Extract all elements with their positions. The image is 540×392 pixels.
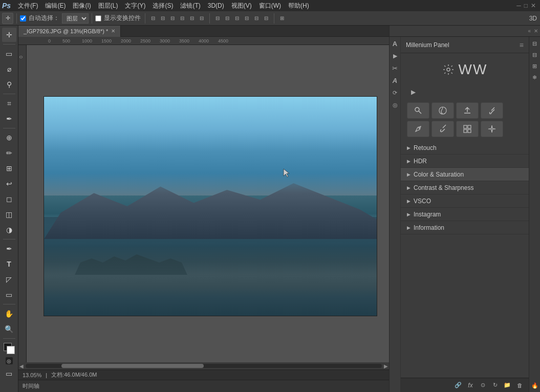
text-tool[interactable]: T: [2, 257, 16, 271]
quick-select-tool[interactable]: ⚲: [2, 77, 16, 92]
panel-menu-icon[interactable]: ≡: [520, 41, 524, 49]
menu-window[interactable]: 窗口(W): [256, 1, 284, 11]
panel-btn-grid[interactable]: [456, 121, 479, 137]
menu-help[interactable]: 帮助(H): [285, 1, 312, 11]
dist-bottom-icon[interactable]: ⊟: [262, 14, 271, 23]
layer-select[interactable]: 图层: [62, 13, 89, 24]
side-icon-4[interactable]: ❄: [530, 73, 539, 82]
panel-btn-brush1[interactable]: [481, 102, 503, 119]
move-tool-btn[interactable]: ✛: [2, 13, 13, 24]
menu-item-vsco[interactable]: ▶ VSCO: [401, 194, 529, 208]
panel-icon-play[interactable]: ▶: [391, 51, 400, 60]
panel-btn-sparkle[interactable]: [481, 121, 503, 137]
side-icon-2[interactable]: ⊟: [530, 50, 539, 59]
bg-color[interactable]: [7, 346, 15, 354]
dodge-tool[interactable]: ◑: [2, 223, 16, 237]
marquee-tool[interactable]: ▭: [2, 47, 16, 61]
canvas-image[interactable]: [44, 96, 377, 316]
crop-tool[interactable]: ⌗: [2, 96, 16, 111]
maximize-btn[interactable]: □: [524, 2, 528, 9]
h-scroll-thumb[interactable]: [61, 364, 204, 368]
menu-item-hdr[interactable]: ▶ HDR: [401, 155, 529, 168]
panel-icon-a2[interactable]: A: [391, 76, 400, 85]
color-swatch[interactable]: [4, 343, 15, 354]
menu-edit[interactable]: 编辑(E): [42, 1, 69, 11]
bottom-trash-icon[interactable]: 🗑: [514, 380, 525, 390]
lasso-tool[interactable]: ⌀: [2, 62, 16, 76]
dist-left-icon[interactable]: ⊟: [213, 14, 222, 23]
panel-icon-a1[interactable]: A: [391, 39, 400, 48]
hand-tool[interactable]: ✋: [2, 307, 16, 321]
panel-btn-leaf[interactable]: [431, 102, 454, 119]
side-icon-3[interactable]: ⊞: [530, 61, 539, 71]
align-bottom-icon[interactable]: ⊟: [197, 14, 206, 23]
menu-3d[interactable]: 3D(D): [205, 1, 227, 10]
menu-layer[interactable]: 图层(L): [95, 1, 121, 11]
show-transform-checkbox[interactable]: [95, 15, 101, 21]
scroll-right-arrow[interactable]: ▶: [384, 363, 388, 369]
canvas-scroll[interactable]: [27, 45, 389, 362]
bottom-circle-icon[interactable]: ⊙: [478, 380, 488, 390]
stamp-tool[interactable]: ⊞: [2, 161, 16, 176]
menu-item-color-saturation[interactable]: ▶ Color & Saturation: [401, 168, 529, 181]
dist-right-icon[interactable]: ⊟: [232, 14, 242, 23]
grid-icon[interactable]: ⊞: [277, 14, 287, 23]
align-right-icon[interactable]: ⊟: [168, 14, 177, 23]
minimize-btn[interactable]: ─: [516, 2, 521, 9]
history-brush-tool[interactable]: ↩: [2, 177, 16, 191]
align-top-icon[interactable]: ⊟: [178, 14, 187, 23]
play-button[interactable]: ▶: [409, 88, 417, 96]
screen-mode-btn[interactable]: ▭: [2, 366, 16, 381]
panel-collapse-arrow[interactable]: «: [528, 28, 531, 34]
panel-icon-scissors[interactable]: ✂: [391, 63, 400, 73]
dist-top-icon[interactable]: ⊟: [242, 14, 251, 23]
panel-btn-brush2[interactable]: [431, 121, 454, 137]
bottom-link-icon[interactable]: 🔗: [453, 380, 463, 390]
pen-tool[interactable]: ✒: [2, 242, 16, 256]
menu-filter[interactable]: 滤镜(T): [177, 1, 203, 11]
menu-select[interactable]: 选择(S): [149, 1, 176, 11]
side-icon-fire[interactable]: 🔥: [530, 381, 539, 390]
doc-tab-active[interactable]: _IGP7926.JPG @ 13%(RGB/8*) * ✕: [18, 26, 121, 37]
path-tool[interactable]: ◸: [2, 272, 16, 287]
scroll-left-arrow[interactable]: ◀: [19, 363, 24, 369]
bottom-fx-icon[interactable]: fx: [465, 380, 476, 390]
auto-select-checkbox[interactable]: [20, 15, 26, 21]
panel-icon-target[interactable]: ◎: [391, 100, 400, 110]
gradient-tool[interactable]: ◫: [2, 207, 16, 222]
menu-item-information[interactable]: ▶ Information: [401, 221, 529, 234]
menu-text[interactable]: 文字(Y): [122, 1, 148, 11]
menu-view[interactable]: 视图(V): [228, 1, 255, 11]
menu-image[interactable]: 图像(I): [70, 1, 94, 11]
h-scroll-track[interactable]: [26, 364, 382, 368]
heal-tool[interactable]: ⊕: [2, 130, 16, 145]
shape-tool[interactable]: ▭: [2, 288, 16, 302]
eyedropper-tool[interactable]: ✒: [2, 112, 16, 126]
dist-center-h-icon[interactable]: ⊟: [223, 14, 232, 23]
align-center-h-icon[interactable]: ⊟: [158, 14, 167, 23]
eraser-tool[interactable]: ◻: [2, 192, 16, 206]
dist-center-v-icon[interactable]: ⊟: [252, 14, 261, 23]
move-tool[interactable]: ✛: [2, 28, 16, 42]
align-left-icon[interactable]: ⊟: [148, 14, 158, 23]
menu-item-contrast-sharpness[interactable]: ▶ Contrast & Sharpness: [401, 181, 529, 194]
menu-item-instagram[interactable]: ▶ Instagram: [401, 208, 529, 221]
align-center-v-icon[interactable]: ⊟: [187, 14, 197, 23]
panel-btn-pen[interactable]: [407, 121, 429, 137]
close-tab-icon[interactable]: ✕: [111, 28, 115, 34]
panel-expand-icon[interactable]: ✕: [534, 28, 538, 34]
menu-item-retouch[interactable]: ▶ Retouch: [401, 141, 529, 155]
bottom-folder-icon[interactable]: 📁: [502, 380, 512, 390]
h-scrollbar[interactable]: ◀ ▶: [18, 362, 389, 369]
side-icon-1[interactable]: ⊟: [530, 39, 539, 48]
bottom-refresh-icon[interactable]: ↻: [490, 380, 500, 390]
panel-icon-refresh[interactable]: ⟳: [391, 88, 400, 97]
left-tools: ✛ ▭ ⌀ ⚲ ⌗ ✒ ⊕ ✏ ⊞ ↩ ◻ ◫ ◑ ✒ T ◸ ▭ ✋ 🔍 ◎ …: [0, 26, 18, 392]
quick-mask-btn[interactable]: ◎: [6, 357, 13, 364]
brush-tool[interactable]: ✏: [2, 146, 16, 160]
zoom-tool[interactable]: 🔍: [2, 322, 16, 336]
panel-btn-search[interactable]: [407, 102, 429, 119]
menu-file[interactable]: 文件(F): [15, 1, 41, 11]
panel-btn-upload[interactable]: [456, 102, 479, 119]
close-btn[interactable]: ✕: [531, 2, 536, 9]
